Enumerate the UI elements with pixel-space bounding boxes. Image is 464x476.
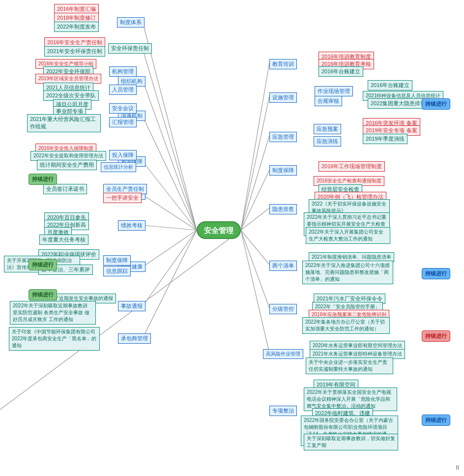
node-zhuanxiang-zhengzhi: 专项整治	[269, 406, 297, 416]
mindmap-container: 安全管理 制度体系 2016年制度汇编 2018年制度修订 2022年制度发布 …	[0, 0, 464, 476]
node-fenji-guankong: 分级管控	[269, 304, 297, 314]
node-2022jituan-dashen: 2022年关于深入开展集团公司安全生产大检查大整治工作的通知	[306, 227, 390, 244]
node-2016gongzuo-zhidu: 2016年工作现场管理制度	[319, 161, 385, 172]
node-anquan-zeren: 安全环保责任制	[108, 43, 152, 54]
svg-line-16	[241, 230, 269, 308]
node-renyuan-guanli: 人员管理	[109, 85, 137, 95]
node-2022weiyinhuan-guanche: 2022年关于贯彻落实全国安全生产电视电话会议精神深入开展「危险化学品和燃气安全…	[304, 387, 397, 411]
node-huibao-guanli: 汇报管理	[109, 117, 137, 127]
node-xinxi-tongji: 信息统计分析	[101, 162, 136, 172]
node-chengbaoshang-tongzhi: 关于印发《中国节能环保集团有限公司 2022年度承包商安全生产「黑名单」的通知	[9, 327, 100, 351]
svg-line-10	[241, 63, 269, 230]
footnote: It	[456, 464, 459, 471]
node-2016tazhang2: 2016年台账建立	[368, 80, 412, 90]
svg-line-9	[143, 230, 197, 338]
node-niandu-renwu: 年度重大任务考核	[39, 235, 88, 245]
svg-line-2	[143, 80, 197, 230]
badge-ongoing-1: 持续进行	[29, 174, 57, 185]
node-yinhuan-paicha: 隐患排查	[269, 204, 297, 214]
badge-ongoing-3: 持续进行	[29, 289, 57, 300]
node-anquan-huiyi: 安全会议	[109, 103, 137, 114]
node-yingji-yuan: 应急预案	[314, 124, 341, 134]
node-yingji-guanli: 应急管理	[269, 132, 297, 142]
node-jigou-guanli: 机构管理	[109, 66, 137, 77]
node-2019quyu: 2019年区域安全员管理办法	[35, 74, 101, 84]
node-2019jidu: 2019年季度演练	[363, 134, 407, 144]
node-yingji-yanl: 应急演练	[314, 136, 341, 147]
node-liangge-qingdan: 两个清单	[269, 261, 297, 271]
node-2022shiguo-tongzhi: 2022年关于深刻吸取近期事故教训 坚实防范遏制 各类生产安全事故 做好历月成灾…	[10, 301, 96, 325]
svg-line-17	[241, 230, 269, 353]
svg-line-7	[143, 230, 197, 267]
node-2022zhidu: 2022年制度发布	[54, 22, 99, 32]
node-tongji-feiyong: 统计期间安全生产费用	[37, 160, 97, 170]
node-2016tazhang: 2016年台账建立	[319, 66, 363, 77]
node-sheshi-guanli: 设施管理	[269, 92, 297, 103]
node-2022jige-bangongting: 2022年集各地方办公厅公室（关于切实加强重大安全防范工作的通知）	[302, 317, 390, 334]
node-gaofengxian-zuoye: 高风险作业管理	[263, 349, 303, 359]
node-2022jituan-yinhuan: 2022集团重大隐患排查	[368, 98, 429, 109]
node-jixiao-kaohe: 绩效考核	[118, 220, 145, 231]
node-shiguo-tongbao: 事故通报	[118, 301, 145, 311]
node-xinxi-genzong: 信息跟踪	[103, 266, 131, 276]
badge-ongoing-2: 持续进行	[29, 259, 57, 270]
node-chengbaoshang-guanli: 承包商管理	[118, 333, 151, 344]
node-hefa-shenhe: 合规审核	[315, 96, 342, 106]
badge-ongoing-right-3: 持续进行	[422, 330, 450, 342]
node-zuoye-xianchang: 作业现场管理	[315, 86, 353, 96]
node-zhidu-tixi: 制度体系	[117, 17, 145, 28]
badge-ongoing-right-4: 持续进行	[422, 415, 450, 426]
svg-line-11	[241, 96, 269, 230]
node-zhidu-baozhang-right: 制度保障	[269, 165, 297, 176]
badge-ongoing-right-2: 持续进行	[422, 268, 450, 279]
node-jiaoyu-peixun: 教育培训	[269, 59, 297, 69]
node-2022anquan-toru: 2022年安全提取和使用管理办法	[30, 151, 106, 161]
svg-line-5	[143, 195, 197, 230]
svg-line-12	[241, 136, 269, 230]
node-guanyu-fuzhegong: 关于深刻吸取近期事故教训，切实做好复工复产期	[304, 434, 398, 450]
svg-line-15	[241, 230, 269, 265]
node-toru-baozhang: 投入保障	[109, 150, 137, 160]
node-2021zeren: 2021年安全环保责任制	[44, 46, 105, 57]
node-guanyu-zhongyang: 关于中央企业进一步落实安全生产责任切实遏制重特大事故的通知	[306, 357, 393, 374]
node-2021huibao: 2021年重大经营风险汇报工作组规	[27, 114, 101, 132]
svg-line-6	[143, 225, 197, 230]
node-zhidu-baozhang-job: 制度保障	[103, 255, 131, 266]
node-yibashou-jiang: 一把手讲安全	[103, 193, 142, 203]
svg-line-8	[143, 230, 197, 306]
node-2022liangge-tongzhi: 2022年关于深入推进集团公司十六项措施落地、完善问题隐患和整改措施「两个清单」…	[302, 261, 393, 284]
svg-line-14	[241, 208, 269, 230]
svg-line-3	[143, 116, 197, 230]
svg-line-1	[143, 49, 197, 230]
svg-line-13	[241, 170, 269, 230]
svg-line-4	[143, 161, 197, 230]
node-quanyuan-chengnuoshu: 全员签订承诺书	[43, 184, 87, 194]
badge-ongoing-right-1: 持续进行	[422, 98, 450, 110]
center-node: 安全管理	[197, 221, 241, 239]
